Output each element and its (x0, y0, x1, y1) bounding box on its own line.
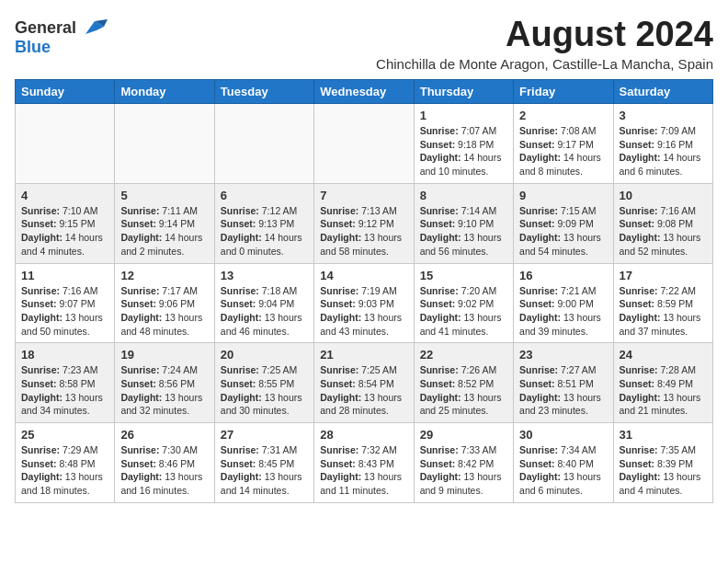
col-sunday: Sunday (16, 80, 115, 104)
table-row: 5Sunrise: 7:11 AMSunset: 9:14 PMDaylight… (115, 183, 214, 263)
table-row: 17Sunrise: 7:22 AMSunset: 8:59 PMDayligh… (613, 263, 712, 343)
day-info: Sunrise: 7:22 AMSunset: 8:59 PMDaylight:… (620, 284, 707, 339)
calendar-subtitle: Chinchilla de Monte Aragon, Castille-La … (108, 56, 713, 72)
day-info: Sunrise: 7:18 AMSunset: 9:04 PMDaylight:… (221, 284, 308, 339)
day-number: 1 (420, 109, 507, 122)
calendar-week-row: 1Sunrise: 7:07 AMSunset: 9:18 PMDaylight… (16, 104, 713, 184)
day-number: 27 (221, 428, 308, 442)
day-number: 30 (519, 428, 607, 442)
day-info: Sunrise: 7:10 AMSunset: 9:15 PMDaylight:… (21, 204, 108, 259)
table-row: 3Sunrise: 7:09 AMSunset: 9:16 PMDaylight… (613, 104, 712, 184)
table-row: 14Sunrise: 7:19 AMSunset: 9:03 PMDayligh… (314, 263, 414, 343)
day-number: 12 (120, 269, 208, 282)
day-number: 17 (620, 269, 707, 282)
day-info: Sunrise: 7:23 AMSunset: 8:58 PMDaylight:… (21, 363, 108, 418)
title-section: August 2024 Chinchilla de Monte Aragon, … (108, 15, 713, 72)
table-row: 27Sunrise: 7:31 AMSunset: 8:45 PMDayligh… (214, 423, 313, 503)
table-row: 7Sunrise: 7:13 AMSunset: 9:12 PMDaylight… (314, 183, 414, 263)
table-row: 31Sunrise: 7:35 AMSunset: 8:39 PMDayligh… (613, 423, 712, 503)
logo-general: General (15, 18, 76, 38)
table-row: 1Sunrise: 7:07 AMSunset: 9:18 PMDaylight… (414, 104, 513, 184)
col-tuesday: Tuesday (214, 80, 313, 104)
table-row: 26Sunrise: 7:30 AMSunset: 8:46 PMDayligh… (115, 423, 214, 503)
day-info: Sunrise: 7:20 AMSunset: 9:02 PMDaylight:… (420, 284, 507, 339)
day-number: 11 (21, 269, 108, 282)
day-info: Sunrise: 7:28 AMSunset: 8:49 PMDaylight:… (620, 363, 707, 418)
calendar-week-row: 4Sunrise: 7:10 AMSunset: 9:15 PMDaylight… (16, 183, 713, 263)
calendar-week-row: 25Sunrise: 7:29 AMSunset: 8:48 PMDayligh… (16, 423, 713, 503)
table-row: 20Sunrise: 7:25 AMSunset: 8:55 PMDayligh… (214, 343, 313, 423)
day-info: Sunrise: 7:35 AMSunset: 8:39 PMDaylight:… (620, 443, 707, 498)
day-number: 13 (221, 269, 308, 282)
table-row: 24Sunrise: 7:28 AMSunset: 8:49 PMDayligh… (613, 343, 712, 423)
day-info: Sunrise: 7:34 AMSunset: 8:40 PMDaylight:… (519, 443, 607, 498)
day-info: Sunrise: 7:07 AMSunset: 9:18 PMDaylight:… (420, 124, 507, 178)
day-number: 9 (519, 189, 607, 202)
day-info: Sunrise: 7:17 AMSunset: 9:06 PMDaylight:… (120, 284, 208, 339)
table-row (214, 104, 313, 184)
day-info: Sunrise: 7:15 AMSunset: 9:09 PMDaylight:… (519, 204, 607, 259)
day-info: Sunrise: 7:24 AMSunset: 8:56 PMDaylight:… (120, 363, 208, 418)
day-info: Sunrise: 7:29 AMSunset: 8:48 PMDaylight:… (21, 443, 108, 498)
table-row: 8Sunrise: 7:14 AMSunset: 9:10 PMDaylight… (414, 183, 513, 263)
table-row: 2Sunrise: 7:08 AMSunset: 9:17 PMDaylight… (514, 104, 613, 184)
day-number: 15 (420, 269, 507, 282)
table-row: 15Sunrise: 7:20 AMSunset: 9:02 PMDayligh… (414, 263, 513, 343)
day-number: 29 (420, 428, 507, 442)
table-row: 4Sunrise: 7:10 AMSunset: 9:15 PMDaylight… (16, 183, 115, 263)
table-row: 11Sunrise: 7:16 AMSunset: 9:07 PMDayligh… (16, 263, 115, 343)
day-info: Sunrise: 7:32 AMSunset: 8:43 PMDaylight:… (320, 443, 407, 498)
day-number: 2 (519, 109, 607, 122)
day-number: 25 (21, 428, 108, 442)
day-info: Sunrise: 7:08 AMSunset: 9:17 PMDaylight:… (519, 124, 607, 178)
calendar-table: Sunday Monday Tuesday Wednesday Thursday… (15, 79, 713, 503)
day-info: Sunrise: 7:16 AMSunset: 9:07 PMDaylight:… (21, 284, 108, 339)
day-info: Sunrise: 7:09 AMSunset: 9:16 PMDaylight:… (620, 124, 707, 178)
day-number: 21 (320, 348, 407, 362)
table-row: 16Sunrise: 7:21 AMSunset: 9:00 PMDayligh… (514, 263, 613, 343)
day-info: Sunrise: 7:13 AMSunset: 9:12 PMDaylight:… (320, 204, 407, 259)
day-number: 26 (120, 428, 208, 442)
day-number: 24 (620, 348, 707, 362)
table-row: 13Sunrise: 7:18 AMSunset: 9:04 PMDayligh… (214, 263, 313, 343)
day-info: Sunrise: 7:25 AMSunset: 8:55 PMDaylight:… (221, 363, 308, 418)
table-row: 22Sunrise: 7:26 AMSunset: 8:52 PMDayligh… (414, 343, 513, 423)
day-number: 16 (519, 269, 607, 282)
table-row: 29Sunrise: 7:33 AMSunset: 8:42 PMDayligh… (414, 423, 513, 503)
calendar-week-row: 11Sunrise: 7:16 AMSunset: 9:07 PMDayligh… (16, 263, 713, 343)
logo-bird-icon (78, 17, 108, 38)
table-row: 28Sunrise: 7:32 AMSunset: 8:43 PMDayligh… (314, 423, 414, 503)
col-monday: Monday (115, 80, 214, 104)
calendar-title: August 2024 (108, 15, 713, 54)
table-row: 10Sunrise: 7:16 AMSunset: 9:08 PMDayligh… (613, 183, 712, 263)
day-info: Sunrise: 7:16 AMSunset: 9:08 PMDaylight:… (620, 204, 707, 259)
logo: General Blue (15, 18, 108, 57)
day-number: 5 (120, 189, 208, 202)
day-info: Sunrise: 7:30 AMSunset: 8:46 PMDaylight:… (120, 443, 208, 498)
day-info: Sunrise: 7:31 AMSunset: 8:45 PMDaylight:… (221, 443, 308, 498)
header-row: Sunday Monday Tuesday Wednesday Thursday… (16, 80, 713, 104)
table-row: 25Sunrise: 7:29 AMSunset: 8:48 PMDayligh… (16, 423, 115, 503)
table-row: 6Sunrise: 7:12 AMSunset: 9:13 PMDaylight… (214, 183, 313, 263)
calendar-week-row: 18Sunrise: 7:23 AMSunset: 8:58 PMDayligh… (16, 343, 713, 423)
day-number: 22 (420, 348, 507, 362)
table-row: 21Sunrise: 7:25 AMSunset: 8:54 PMDayligh… (314, 343, 414, 423)
day-info: Sunrise: 7:27 AMSunset: 8:51 PMDaylight:… (519, 363, 607, 418)
day-info: Sunrise: 7:26 AMSunset: 8:52 PMDaylight:… (420, 363, 507, 418)
col-friday: Friday (514, 80, 613, 104)
day-number: 4 (21, 189, 108, 202)
day-number: 28 (320, 428, 407, 442)
table-row (314, 104, 414, 184)
col-thursday: Thursday (414, 80, 513, 104)
header: General Blue August 2024 Chinchilla de M… (15, 15, 713, 72)
col-wednesday: Wednesday (314, 80, 414, 104)
day-info: Sunrise: 7:33 AMSunset: 8:42 PMDaylight:… (420, 443, 507, 498)
table-row (115, 104, 214, 184)
day-number: 6 (221, 189, 308, 202)
table-row: 9Sunrise: 7:15 AMSunset: 9:09 PMDaylight… (514, 183, 613, 263)
day-number: 23 (519, 348, 607, 362)
col-saturday: Saturday (613, 80, 712, 104)
table-row: 18Sunrise: 7:23 AMSunset: 8:58 PMDayligh… (16, 343, 115, 423)
day-number: 8 (420, 189, 507, 202)
day-number: 3 (620, 109, 707, 122)
